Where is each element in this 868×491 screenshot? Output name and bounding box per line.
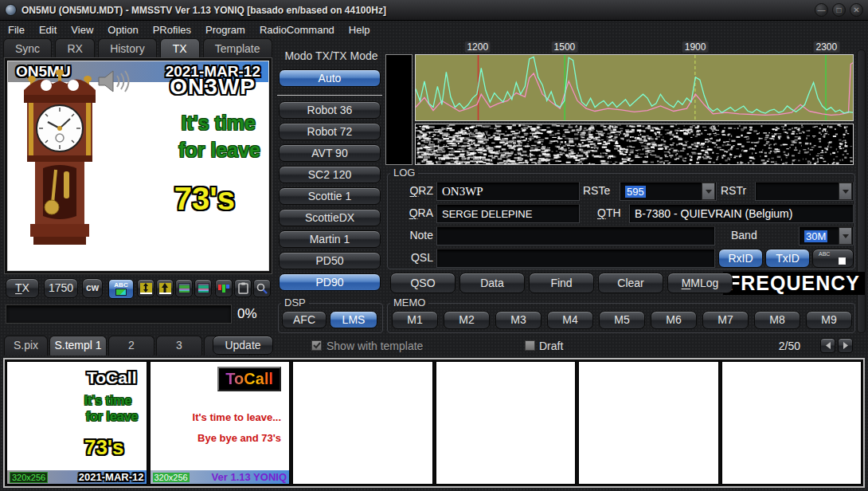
tab-rx[interactable]: RX	[55, 38, 95, 57]
rxid-button[interactable]: RxID	[718, 249, 763, 268]
log-legend: LOG	[390, 167, 418, 179]
update-button[interactable]: Update	[213, 336, 273, 355]
text-overlay-toggle-icon[interactable]: ABC	[812, 249, 854, 268]
dsp-button-lms[interactable]: LMS	[330, 311, 377, 328]
note-input[interactable]	[436, 226, 715, 246]
template-thumbnail-3[interactable]	[292, 361, 433, 485]
text-to-image-icon[interactable]: ABC	[108, 279, 134, 299]
next-template-icon[interactable]	[838, 338, 853, 353]
template-thumbnail-2[interactable]: ToCall It's time to leave... Bye bye and…	[150, 361, 291, 485]
mmsstv-window: ON5MU (ON5MU.MDT) - MMSSTV Ver 1.13 YONI…	[0, 0, 868, 491]
template-thumbnail-6[interactable]	[721, 361, 862, 485]
title-bar[interactable]: ON5MU (ON5MU.MDT) - MMSSTV Ver 1.13 YONI…	[0, 0, 868, 21]
menu-item-radiocommand[interactable]: RadioCommand	[260, 24, 334, 36]
menu-item-edit[interactable]: Edit	[39, 24, 57, 36]
tab-history[interactable]: History	[98, 38, 157, 57]
thumb1-tocall: ToCall	[87, 368, 137, 387]
menu-item-view[interactable]: View	[71, 24, 93, 36]
thumb1-footer: 320x256 2021-MAR-12	[7, 470, 147, 484]
template-on-icon[interactable]	[175, 279, 193, 297]
speaker-icon[interactable]	[97, 69, 132, 93]
memo-button-m5[interactable]: M5	[599, 311, 645, 329]
rstr-dropdown-icon[interactable]	[839, 183, 852, 200]
tx-image-panel[interactable]: ON3WP It's time for leave 73's ON5MU 202…	[4, 57, 272, 274]
memo-button-m9[interactable]: M9	[806, 311, 852, 329]
rste-dropdown-icon[interactable]	[702, 183, 715, 200]
cw-button[interactable]: cw	[82, 278, 103, 298]
memo-button-m6[interactable]: M6	[651, 311, 697, 329]
memo-button-m7[interactable]: M7	[702, 311, 749, 329]
qra-label: QRA	[389, 206, 433, 219]
qth-input[interactable]: B-7380 - QUIEVRAIN (Belgium)	[629, 204, 854, 223]
mode-panel-title: Modo TX/TX Mode	[280, 49, 382, 62]
histogram-icon[interactable]	[215, 279, 233, 297]
template-thumbnail-1[interactable]: ToCall It's time for leave 73's 320x256 …	[6, 361, 147, 485]
menu-item-profiles[interactable]: PRofiles	[153, 24, 191, 36]
tx-button[interactable]: TX	[6, 278, 39, 298]
tab-sync[interactable]: Sync	[3, 38, 52, 57]
maximize-icon[interactable]: □	[832, 3, 846, 17]
prev-template-icon[interactable]	[820, 338, 835, 353]
mode-button-robot-36[interactable]: Robot 36	[279, 101, 381, 119]
mode-button-scottie-1[interactable]: Scottie 1	[279, 187, 381, 205]
action-button-data[interactable]: Data	[459, 273, 525, 293]
shift-up-icon[interactable]	[156, 279, 174, 297]
action-button-qso[interactable]: QSO	[390, 273, 456, 293]
tab-tx[interactable]: TX	[160, 38, 200, 57]
template-tab-3[interactable]: 3	[156, 336, 202, 355]
band-dropdown-icon[interactable]	[839, 227, 852, 245]
minimize-icon[interactable]: —	[815, 3, 828, 17]
close-icon[interactable]: ✕	[850, 3, 863, 17]
spectrum-display[interactable]	[415, 54, 854, 121]
mode-button-robot-72[interactable]: Robot 72	[279, 123, 381, 140]
dsp-button-afc[interactable]: AFC	[282, 311, 326, 328]
mode-button-auto[interactable]: Auto	[279, 69, 381, 87]
clipboard-icon[interactable]	[234, 279, 252, 297]
memo-button-m8[interactable]: M8	[754, 311, 800, 329]
tx-progress-percent: 0%	[237, 306, 257, 322]
qsl-input[interactable]	[436, 249, 715, 268]
magnifier-icon[interactable]	[253, 279, 271, 297]
qra-input[interactable]: SERGE DELEPINE	[436, 204, 580, 223]
stretch-vertical-icon[interactable]	[137, 279, 154, 297]
template-tab-2[interactable]: 2	[108, 336, 154, 355]
mode-button-pd90[interactable]: PD90	[279, 273, 381, 291]
memo-button-m2[interactable]: M2	[444, 311, 490, 329]
action-button-clear[interactable]: Clear	[598, 273, 663, 293]
memo-button-m3[interactable]: M3	[495, 311, 542, 329]
rstr-combo[interactable]	[755, 182, 854, 201]
template-counter: 2/50	[760, 340, 800, 352]
thumb2-footer: 320x256 Ver 1.13 YONIQ	[151, 470, 290, 484]
mode-button-avt-90[interactable]: AVT 90	[279, 144, 381, 162]
band-combo[interactable]: 30M	[799, 226, 854, 246]
template-thumbnail-5[interactable]	[578, 361, 719, 485]
tab-template[interactable]: Template	[203, 38, 272, 57]
tone-1750-button[interactable]: 1750	[44, 278, 78, 298]
freq-label-1900: 1900	[682, 41, 709, 53]
template-off-icon[interactable]	[194, 279, 212, 297]
mode-separator	[277, 95, 382, 96]
memo-button-m4[interactable]: M4	[547, 311, 593, 329]
template-tab-s.pix[interactable]: S.pix	[4, 336, 48, 355]
thumb1-line1: It's time	[84, 394, 132, 408]
template-tab-s.templ-1[interactable]: S.templ 1	[49, 336, 107, 355]
mode-button-martin-1[interactable]: Martin 1	[279, 230, 381, 248]
rstr-label: RSTr	[721, 184, 753, 197]
rste-combo[interactable]: 595	[620, 182, 717, 201]
waterfall-display[interactable]	[415, 124, 854, 165]
show-with-template-checkbox[interactable]	[311, 340, 322, 351]
menu-item-program[interactable]: Program	[205, 24, 245, 36]
menu-item-file[interactable]: File	[8, 24, 25, 36]
menu-item-option[interactable]: Option	[108, 24, 138, 36]
action-button-mmlog[interactable]: MMLog	[667, 273, 733, 293]
action-button-find[interactable]: Find	[529, 273, 594, 293]
template-thumbnail-4[interactable]	[436, 361, 577, 485]
mode-button-sc2-120[interactable]: SC2 120	[279, 166, 381, 183]
memo-button-m1[interactable]: M1	[392, 311, 438, 329]
mode-button-scottiedx[interactable]: ScottieDX	[279, 209, 381, 226]
menu-item-help[interactable]: Help	[349, 24, 370, 36]
draft-checkbox[interactable]	[525, 340, 535, 351]
qrz-input[interactable]: ON3WP	[436, 182, 580, 201]
mode-button-pd50[interactable]: PD50	[279, 252, 381, 269]
txid-button[interactable]: TxID	[765, 249, 810, 268]
